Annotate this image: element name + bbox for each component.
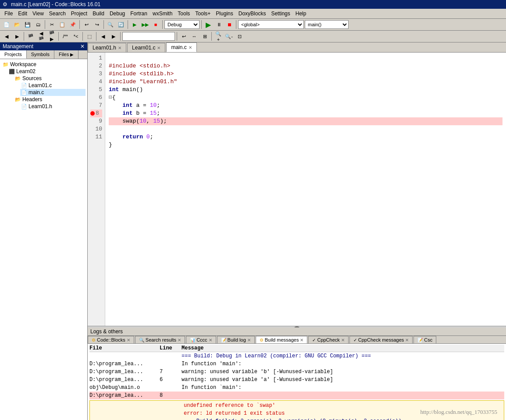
match-btn[interactable]: ↔	[189, 32, 199, 41]
nav-next-btn[interactable]: ▶	[109, 32, 118, 41]
close-log-buildmsg[interactable]: ✕	[300, 338, 303, 342]
close-tab-learn01h[interactable]: ✕	[118, 46, 121, 50]
close-log-search[interactable]: ✕	[178, 338, 181, 342]
log-row-4[interactable]: obj\Debug\main.o In function `main':	[89, 384, 504, 392]
menu-item-project[interactable]: Project	[68, 10, 90, 18]
log-tab-csc[interactable]: 📝 Csc	[413, 336, 436, 343]
menu-item-wxsmith[interactable]: wxSmith	[150, 10, 175, 18]
close-tab-mainc[interactable]: ✕	[189, 45, 192, 50]
menu-item-fortran[interactable]: Fortran	[128, 10, 150, 18]
find-btn[interactable]: 🔍	[106, 20, 115, 29]
log-tab-buildlog[interactable]: 📝 Build log ✕	[217, 336, 255, 343]
menu-item-file[interactable]: File	[2, 10, 15, 18]
jump-back-btn[interactable]: ↩	[179, 32, 189, 41]
close-log-codeblocks[interactable]: ✕	[127, 338, 130, 342]
log-row-3[interactable]: D:\program_lea... 6 warning: unused vari…	[89, 376, 504, 384]
tab-learn01h[interactable]: Learn01.h ✕	[88, 43, 126, 52]
menu-item-plugins[interactable]: Plugins	[213, 10, 235, 18]
global-select[interactable]: <global>	[238, 20, 304, 29]
tree-project[interactable]: ⬛ Learn02	[8, 68, 86, 75]
nav-prev-btn[interactable]: ◀	[98, 32, 108, 41]
new-btn[interactable]: 📄	[2, 20, 11, 29]
log-row-2[interactable]: D:\program_lea... 7 warning: unused vari…	[89, 368, 504, 376]
log-tab-cccc[interactable]: 📊 Cccc ✕	[186, 336, 216, 343]
log-row-5[interactable]: D:\program_lea... 8	[89, 392, 504, 399]
save-btn[interactable]: 💾	[23, 20, 32, 29]
log-tab-codeblocks[interactable]: ⚙ Code::Blocks ✕	[88, 336, 134, 343]
run-btn[interactable]: ▶▶	[140, 20, 150, 29]
toolbar-1: 📄 📂 💾 🗂 ✂ 📋 📌 ↩ ↪ 🔍 🔄 ▶ ▶▶ ■ Debug ▶ ⏸ ⏹…	[0, 19, 506, 31]
tab-files[interactable]: Files ▶	[54, 50, 78, 59]
copy-btn[interactable]: 📋	[57, 20, 67, 29]
save-all-btn[interactable]: 🗂	[33, 20, 43, 29]
code-text[interactable]: #include <stdio.h> #include <stdlib.h> #…	[105, 53, 506, 326]
menu-item-build[interactable]: Build	[90, 10, 107, 18]
open-btn[interactable]: 📂	[12, 20, 22, 29]
build-mode-select[interactable]: Debug	[164, 20, 200, 29]
tab-mainc[interactable]: main.c ✕	[166, 42, 196, 52]
log-tab-buildmsg[interactable]: ⚙ Build messages ✕	[256, 336, 308, 343]
close-log-cppcheck-msg[interactable]: ✕	[405, 338, 409, 342]
menu-item-doxyblocks[interactable]: DoxyBlocks	[236, 10, 269, 18]
tree-sources-folder[interactable]: 📂 Sources	[14, 75, 86, 82]
menu-item-tools[interactable]: Tools	[175, 10, 192, 18]
menu-item-edit[interactable]: Edit	[15, 10, 30, 18]
comment-btn[interactable]: /**	[61, 32, 70, 41]
log-row-1[interactable]: D:\program_lea... In function 'main':	[89, 360, 504, 368]
stop-btn[interactable]: ■	[151, 20, 160, 29]
jump-input[interactable]	[122, 32, 175, 41]
watermark: http://blog.csdn.net/qq_17033755	[420, 409, 498, 416]
zoom-in-btn[interactable]: 🔍+	[214, 32, 223, 41]
menu-item-help[interactable]: Help	[293, 10, 309, 18]
cut-btn[interactable]: ✂	[47, 20, 57, 29]
tree-file-mainc[interactable]: 📄 main.c	[20, 89, 86, 96]
title-text: main.c [Learn02] - Code::Blocks 16.01	[11, 1, 100, 7]
paste-btn[interactable]: 📌	[68, 20, 78, 29]
undo-btn[interactable]: ↩	[82, 20, 91, 29]
close-log-cccc[interactable]: ✕	[209, 338, 212, 342]
tree-headers-folder[interactable]: 📂 Headers	[14, 96, 86, 103]
replace-btn[interactable]: 🔄	[116, 20, 126, 29]
bookmark-btn[interactable]: 🏴	[26, 32, 36, 41]
sep4	[128, 20, 128, 29]
build-btn[interactable]: ▶	[130, 20, 139, 29]
bookmark-prev-btn[interactable]: ◀🏴	[36, 32, 46, 41]
forward-btn[interactable]: ▶	[12, 32, 22, 41]
tab-learn01c[interactable]: Learn01.c ✕	[127, 43, 165, 52]
close-tab-learn01c[interactable]: ✕	[157, 46, 160, 50]
code-editor[interactable]: 1 2 3 4 5 6 7 8 9 10 11 #include <stdio.…	[88, 53, 506, 326]
debug-run-btn[interactable]: ▶	[203, 20, 213, 29]
menu-item-settings[interactable]: Settings	[268, 10, 292, 18]
log-tab-cppcheck[interactable]: ✓ CppCheck ✕	[308, 336, 348, 343]
tree-file-learn01c[interactable]: 📄 Learn01.c	[20, 82, 86, 89]
zoom-out-btn[interactable]: 🔍-	[224, 32, 234, 41]
close-mgmt-icon[interactable]: ✕	[80, 43, 85, 49]
close-log-buildlog[interactable]: ✕	[247, 338, 251, 342]
back-btn[interactable]: ◀	[2, 32, 11, 41]
zoom-reset-btn[interactable]: ⊡	[235, 32, 244, 41]
menu-item-tools+[interactable]: Tools+	[192, 10, 213, 18]
uncomment-btn[interactable]: *<	[71, 32, 81, 41]
tab-projects[interactable]: Projects	[0, 50, 27, 59]
editor-tabs-bar: Learn01.h ✕ Learn01.c ✕ main.c ✕	[88, 42, 506, 53]
debug-stop-btn[interactable]: ⏹	[224, 20, 234, 29]
log-tab-cppcheck-msg[interactable]: ✓ CppCheck messages ✕	[349, 336, 413, 343]
tree-file-learn01h[interactable]: 📄 Learn01.h	[20, 103, 86, 110]
sep2	[79, 20, 80, 29]
menu-item-debug[interactable]: Debug	[107, 10, 128, 18]
debug-pause-btn[interactable]: ⏸	[214, 20, 224, 29]
log-row-0[interactable]: === Build: Debug in Learn02 (compiler: G…	[89, 352, 504, 360]
function-select[interactable]: main()	[305, 20, 349, 29]
redo-btn[interactable]: ↪	[92, 20, 102, 29]
log-tab-search[interactable]: 🔍 Search results ✕	[135, 336, 185, 343]
editor-area: Learn01.h ✕ Learn01.c ✕ main.c ✕ 1 2 3 4…	[88, 42, 506, 420]
tree-workspace[interactable]: 📁 Workspace	[2, 61, 86, 68]
bookmark-next-btn[interactable]: 🏴▶	[47, 32, 57, 41]
menu-item-view[interactable]: View	[30, 10, 46, 18]
align-btn[interactable]: ⊞	[200, 32, 210, 41]
tab-symbols[interactable]: Symbols	[27, 50, 54, 59]
tree-sources-indent: 📂 Sources 📄 Learn01.c 📄 main.c	[14, 75, 86, 110]
menu-item-search[interactable]: Search	[46, 10, 68, 18]
fold-btn[interactable]: ⬚	[85, 32, 94, 41]
close-log-cppcheck[interactable]: ✕	[341, 338, 345, 342]
